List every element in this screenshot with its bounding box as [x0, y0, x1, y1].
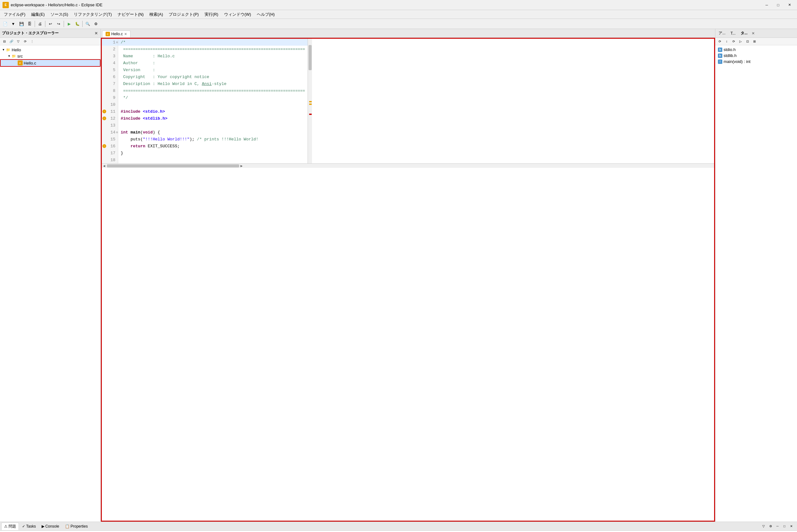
menu-search[interactable]: 検索(A): [147, 11, 165, 18]
settings-button[interactable]: ⚙: [92, 20, 99, 28]
menu-refactor[interactable]: リファクタリング(T): [71, 11, 114, 18]
right-tab-3[interactable]: タ...: [739, 30, 749, 37]
collapse-all-button[interactable]: ⊟: [1, 38, 7, 45]
toolbar-separator-1: [35, 21, 35, 27]
right-tab-2[interactable]: T...: [729, 31, 738, 36]
outline-stdlib-label: stdlib.h: [724, 53, 737, 58]
project-explorer-close[interactable]: ✕: [94, 31, 98, 36]
outline-main-label: main(void) : int: [724, 59, 750, 64]
line-num-7: 7: [102, 80, 118, 87]
save-all-button[interactable]: 🗄: [26, 20, 33, 28]
outline-item-stdlib[interactable]: h stdlib.h: [716, 53, 797, 59]
sync-button[interactable]: ⟳: [22, 38, 29, 45]
code-puts-end: );: [189, 137, 197, 142]
menu-file[interactable]: ファイル(F): [1, 11, 28, 18]
code-comment-9: */: [121, 95, 128, 100]
bottom-minimize-btn[interactable]: ─: [774, 523, 781, 530]
code-line-13: [118, 122, 308, 129]
filter-problems-btn[interactable]: ▽: [760, 523, 767, 530]
new-button[interactable]: 📄: [1, 20, 9, 28]
code-comment-1: /*: [121, 40, 126, 45]
tab-close-button[interactable]: ✕: [124, 32, 127, 36]
code-string: "!!!Hello World!!!": [143, 137, 189, 142]
code-line-18: [118, 156, 308, 164]
minimize-button[interactable]: ─: [762, 2, 772, 8]
right-toolbar-btn-4[interactable]: ▷: [738, 38, 744, 45]
bottom-tab-tasks[interactable]: ✓ Tasks: [20, 523, 38, 530]
right-toolbar-btn-1[interactable]: ⟳: [717, 38, 723, 45]
h-scroll-thumb[interactable]: [107, 164, 239, 168]
right-toolbar-btn-5[interactable]: ⊡: [744, 38, 751, 45]
bottom-maximize-btn[interactable]: □: [781, 523, 787, 530]
code-line-5: Version :: [118, 66, 308, 73]
code-comment-7: Description : Hello World in C, Ansi-sty…: [121, 81, 226, 86]
tasks-icon: ✓: [22, 524, 25, 529]
right-toolbar-btn-6[interactable]: ⊞: [751, 38, 758, 45]
console-label: Console: [46, 524, 59, 529]
new-dropdown-button[interactable]: ▼: [10, 20, 17, 28]
search-button[interactable]: 🔍: [84, 20, 91, 28]
code-lines[interactable]: /* =====================================…: [118, 39, 308, 164]
tree-item-hello-c[interactable]: ▶ C Hello.c: [0, 59, 101, 67]
outline-item-main[interactable]: f main(void) : int: [716, 59, 797, 64]
code-include-2: #include <stdlib.h>: [121, 116, 167, 121]
bottom-settings-btn[interactable]: ⚙: [767, 523, 774, 530]
menu-edit[interactable]: 編集(E): [29, 11, 47, 18]
right-toolbar-btn-2[interactable]: ↕: [724, 38, 730, 45]
menu-project[interactable]: プロジェクト(P): [166, 11, 201, 18]
bottom-panel-tools: ▽ ⚙ ─ □ ✕: [760, 523, 796, 530]
properties-icon: 📋: [65, 524, 70, 529]
bottom-tab-problems[interactable]: ⚠ 問題: [1, 522, 19, 530]
menu-help[interactable]: ヘルプ(H): [254, 11, 277, 18]
code-include-1: #include <stdio.h>: [121, 109, 165, 114]
code-comment-5: Version :: [121, 68, 155, 72]
code-empty-10: [121, 102, 123, 107]
right-panel-close[interactable]: ✕: [751, 31, 756, 36]
code-line-14: int main(void) {: [118, 129, 308, 136]
code-comment-4: Author :: [121, 61, 155, 65]
link-editor-button[interactable]: 🔗: [8, 38, 15, 45]
right-toolbar-btn-3[interactable]: ⟳: [730, 38, 737, 45]
scroll-left-arrow[interactable]: ◀: [102, 164, 106, 168]
tree-item-hello[interactable]: ▼ 📁 Hello: [0, 46, 101, 53]
right-tab-1[interactable]: ア...: [717, 30, 727, 37]
editor-content[interactable]: ⊟ 1 2 3 4 5 6 7 8 9 10: [102, 39, 312, 164]
bottom-close-btn[interactable]: ✕: [788, 523, 795, 530]
code-puts: puts(: [121, 137, 143, 142]
menu-navigate[interactable]: ナビゲート(N): [115, 11, 146, 18]
src-expand-icon: ▼: [7, 54, 11, 58]
toolbar: 📄 ▼ 💾 🗄 🖨 ↩ ↪ ▶ 🐛 🔍 ⚙: [0, 19, 797, 29]
outline-item-stdio[interactable]: h stdio.h: [716, 46, 797, 53]
menu-source[interactable]: ソース(S): [48, 11, 71, 18]
bottom-tab-properties[interactable]: 📋 Properties: [62, 523, 90, 530]
run-button[interactable]: ▶: [65, 20, 73, 28]
save-button[interactable]: 💾: [18, 20, 25, 28]
line-num-1: ⊟ 1: [102, 39, 118, 46]
debug-button[interactable]: 🐛: [73, 20, 81, 28]
tree-item-src[interactable]: ▼ 📁 src: [0, 53, 101, 59]
editor-horizontal-scrollbar[interactable]: ◀ ▶: [102, 164, 714, 168]
redo-button[interactable]: ↪: [55, 20, 62, 28]
line-num-14: ⊟ 14: [102, 129, 118, 136]
problems-content: エラー: 1、警告: 0、その他: 0 説明 リソース パス ロケーション ▶ …: [0, 531, 797, 532]
line-num-9: 9: [102, 94, 118, 101]
menu-bar: ファイル(F) 編集(E) ソース(S) リファクタリング(T) ナビゲート(N…: [0, 10, 797, 19]
menu-window[interactable]: ウィンドウ(W): [221, 11, 254, 18]
undo-button[interactable]: ↩: [47, 20, 54, 28]
warning-marker-scrollbar-1: [309, 101, 312, 102]
more-options-button[interactable]: ⋮: [29, 38, 35, 45]
tab-hello-c[interactable]: C Hello.c ✕: [102, 31, 130, 37]
project-explorer-toolbar: ⊟ 🔗 ▽ ⟳ ⋮: [0, 38, 101, 45]
scroll-right-arrow[interactable]: ▶: [239, 164, 243, 168]
print-button[interactable]: 🖨: [36, 20, 44, 28]
line-num-10: 10: [102, 101, 118, 108]
close-button[interactable]: ✕: [784, 2, 795, 8]
v-scroll-thumb[interactable]: [309, 45, 312, 70]
bottom-tab-console[interactable]: ▶ Console: [39, 523, 62, 530]
code-int: int: [121, 130, 130, 135]
maximize-button[interactable]: □: [773, 2, 783, 8]
error-marker-scrollbar: [309, 114, 312, 115]
filter-button[interactable]: ▽: [15, 38, 21, 45]
menu-run[interactable]: 実行(R): [202, 11, 221, 18]
editor-vertical-scrollbar[interactable]: [308, 39, 312, 164]
